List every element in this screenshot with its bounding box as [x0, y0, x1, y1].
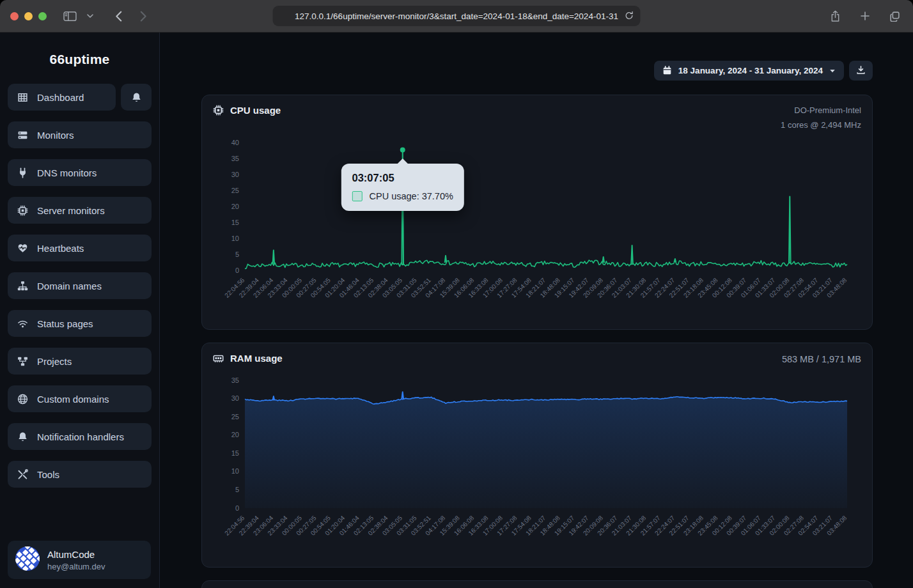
date-range-label: 18 January, 2024 - 31 January, 2024 [678, 66, 823, 75]
sitemap-icon [17, 281, 29, 291]
back-button[interactable] [113, 8, 125, 24]
sidebar-item-label: Status pages [37, 318, 93, 329]
browser-window: 127.0.0.1/66uptime/server-monitor/3&star… [0, 0, 913, 588]
notifications-button[interactable] [121, 84, 152, 111]
ram-total-label: 583 MB / 1,971 MB [782, 351, 861, 368]
sidebar-item-label: Custom domains [37, 394, 109, 405]
sidebar-item-dns-monitors[interactable]: DNS monitors [8, 159, 152, 186]
svg-text:40: 40 [231, 139, 239, 146]
tab-overview-icon[interactable] [887, 8, 903, 24]
forward-button[interactable] [137, 8, 150, 24]
export-download-button[interactable] [849, 61, 873, 81]
sidebar-item-status-pages[interactable]: Status pages [8, 310, 152, 337]
svg-text:35: 35 [231, 155, 239, 162]
sidebar-item-label: Domain names [37, 281, 102, 291]
server-cores-label: 1 cores @ 2,494 MHz [781, 118, 861, 132]
close-window-button[interactable] [10, 12, 19, 20]
sidebar-item-domain-names[interactable]: Domain names [8, 272, 152, 299]
window-controls [10, 12, 47, 20]
svg-text:30: 30 [231, 394, 239, 402]
sidebar-item-notification-handlers[interactable]: Notification handlers [8, 423, 152, 450]
sidebar-item-heartbeats[interactable]: Heartbeats [8, 235, 152, 261]
user-email: hey@altum.dev [47, 562, 105, 571]
share-icon[interactable] [827, 8, 843, 25]
globe-icon [17, 394, 29, 405]
reload-icon[interactable] [625, 11, 634, 22]
bell-icon [17, 431, 29, 442]
tooltip-value: CPU usage: 37.70% [370, 191, 453, 201]
svg-text:20: 20 [231, 203, 239, 210]
brand-logo[interactable]: 66uptime [8, 42, 152, 84]
svg-text:15: 15 [231, 219, 239, 226]
sidebar-item-custom-domains[interactable]: Custom domains [8, 385, 152, 412]
sidebar-item-projects[interactable]: Projects [8, 348, 152, 375]
plug-icon [17, 167, 29, 178]
series-swatch-icon [352, 191, 363, 201]
user-name: AltumCode [47, 549, 105, 560]
svg-text:0: 0 [235, 267, 239, 274]
main-content: 18 January, 2024 - 31 January, 2024 [160, 33, 913, 588]
sidebar-toggle-icon[interactable] [61, 8, 79, 24]
svg-text:5: 5 [235, 486, 239, 493]
cpu-usage-card: CPU usage DO-Premium-Intel 1 cores @ 2,4… [201, 95, 873, 330]
caret-down-icon [829, 68, 836, 74]
minimize-window-button[interactable] [24, 12, 33, 20]
browser-toolbar: 127.0.0.1/66uptime/server-monitor/3&star… [0, 0, 913, 33]
download-icon [856, 65, 866, 77]
grid-icon [17, 92, 29, 103]
heartbeat-icon [17, 243, 29, 254]
svg-text:5: 5 [235, 251, 239, 258]
tooltip-time: 03:07:05 [352, 172, 453, 184]
avatar [15, 546, 40, 573]
ram-card-title: RAM usage [213, 351, 283, 364]
date-range-picker[interactable]: 18 January, 2024 - 31 January, 2024 [654, 61, 844, 81]
next-card-partial [201, 580, 873, 588]
svg-text:15: 15 [231, 449, 239, 457]
svg-text:10: 10 [231, 467, 239, 475]
cpu-card-title: CPU usage [213, 103, 281, 116]
sidebar-item-label: Projects [37, 356, 72, 367]
server-plan-label: DO-Premium-Intel [781, 103, 861, 118]
address-bar[interactable]: 127.0.0.1/66uptime/server-monitor/3&star… [273, 6, 641, 26]
sidebar-item-label: DNS monitors [37, 167, 97, 178]
sidebar-item-label: Heartbeats [37, 243, 84, 254]
sidebar-item-server-monitors[interactable]: Server monitors [8, 197, 152, 224]
chevron-down-icon[interactable] [84, 12, 96, 20]
cpu-icon [213, 105, 224, 116]
sidebar-item-label: Monitors [37, 130, 74, 141]
server-icon [17, 130, 29, 141]
svg-text:25: 25 [231, 187, 239, 194]
sidebar-item-tools[interactable]: Tools [8, 461, 152, 488]
memory-icon [213, 353, 224, 364]
project-icon [17, 356, 29, 367]
ram-usage-card: RAM usage 583 MB / 1,971 MB 051015202530… [201, 343, 873, 568]
url-text: 127.0.0.1/66uptime/server-monitor/3&star… [295, 12, 618, 21]
cpu-usage-chart[interactable]: 051015202530354022:04:5622:39:0423:06:04… [213, 132, 860, 325]
tools-icon [17, 469, 29, 480]
sidebar-item-label: Server monitors [37, 205, 105, 216]
sidebar-item-label: Tools [37, 469, 59, 480]
sidebar-item-label: Notification handlers [37, 431, 124, 442]
svg-text:30: 30 [231, 171, 239, 178]
cpu-icon [17, 205, 29, 216]
ram-usage-chart[interactable]: 0510152025303522:04:5622:39:0423:06:0423… [213, 370, 860, 563]
sidebar-item-label: Dashboard [37, 92, 84, 103]
svg-text:35: 35 [231, 376, 239, 384]
sidebar-item-monitors[interactable]: Monitors [8, 121, 152, 148]
svg-text:10: 10 [231, 235, 239, 242]
svg-text:25: 25 [231, 413, 239, 421]
svg-text:0: 0 [235, 504, 239, 512]
zoom-window-button[interactable] [38, 12, 47, 20]
cpu-server-meta: DO-Premium-Intel 1 cores @ 2,494 MHz [781, 103, 861, 133]
new-tab-icon[interactable] [857, 8, 873, 24]
svg-text:20: 20 [231, 431, 239, 438]
sidebar: 66uptime DashboardMonitorsDNS monitorsSe… [0, 33, 160, 588]
user-card[interactable]: AltumCode hey@altum.dev [8, 541, 151, 579]
bell-icon [130, 92, 143, 103]
calendar-icon [662, 66, 672, 75]
sidebar-item-dashboard[interactable]: Dashboard [8, 84, 116, 111]
wifi-icon [17, 318, 29, 329]
chart-tooltip: 03:07:05 CPU usage: 37.70% [341, 164, 464, 211]
